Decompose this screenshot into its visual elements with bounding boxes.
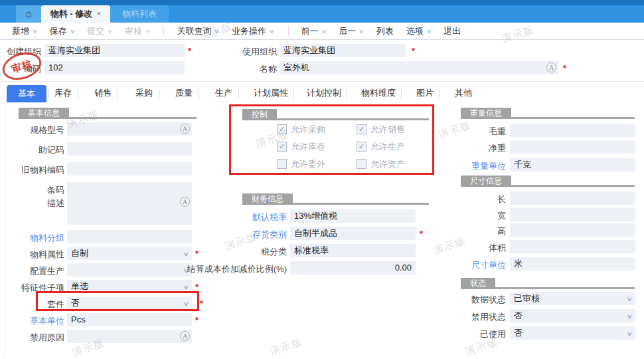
required-mark: * [195, 283, 199, 292]
auto-name-icon[interactable]: A [180, 124, 190, 134]
document-tab-bar: ⌂ 物料 - 修改× 物料列表 [0, 5, 644, 23]
tab-material-dimension[interactable]: 物料维度 [357, 87, 400, 99]
section-size: 尺寸信息 [461, 176, 635, 187]
config-production-label: 配置生产 [0, 265, 64, 278]
weight-unit-label[interactable]: 重量单位 [438, 160, 506, 173]
material-attr-label: 物料属性 [0, 248, 64, 261]
old-code-field[interactable] [67, 162, 192, 176]
home-icon: ⌂ [25, 8, 32, 19]
size-unit-field[interactable]: 米 [510, 257, 635, 271]
tab-production[interactable]: 生产 [210, 87, 237, 99]
allow-asset-label: 允许资产 [370, 159, 405, 170]
previous-button[interactable]: 前一∨ [301, 25, 327, 37]
auto-name-icon[interactable]: A [546, 62, 556, 72]
gross-weight-field[interactable] [510, 124, 635, 137]
inventory-category-label[interactable]: 存货类别 [193, 228, 287, 241]
allow-sales-label: 允许销售 [370, 124, 405, 135]
required-mark: * [188, 47, 191, 56]
tab-plan-attributes[interactable]: 计划属性 [250, 87, 292, 99]
tab-purchase[interactable]: 采购 [131, 87, 157, 99]
tab-material-edit[interactable]: 物料 - 修改× [41, 5, 110, 23]
chevron-down-icon: ∨ [321, 28, 327, 35]
height-field[interactable] [510, 223, 635, 237]
save-button[interactable]: 保存∨ [50, 25, 75, 37]
tab-sales[interactable]: 销售 [90, 87, 116, 99]
description-field[interactable]: A [67, 195, 192, 225]
base-unit-field[interactable]: Pcs [67, 313, 192, 326]
section-control: 控制 [242, 109, 429, 120]
inventory-category-field[interactable]: 自制半成品 [290, 227, 416, 240]
section-finance: 财务信息 [242, 193, 429, 205]
create-org-field[interactable]: 蓝海实业集团 [44, 44, 185, 57]
size-unit-label[interactable]: 尺寸单位 [438, 259, 506, 272]
code-field[interactable]: 102 [44, 61, 185, 74]
base-unit-label[interactable]: 基本单位 [0, 314, 64, 328]
disable-reason-field[interactable]: A [67, 330, 192, 343]
business-ops-button[interactable]: 业务操作∨ [232, 25, 274, 37]
toolbar-separator [163, 27, 164, 36]
options-button[interactable]: 选项∨ [406, 25, 432, 37]
tab-label: 物料列表 [122, 9, 157, 19]
close-icon[interactable]: × [96, 9, 101, 19]
use-org-field[interactable]: 蓝海实业集团 [280, 44, 406, 57]
allow-outsource-checkbox[interactable] [277, 159, 287, 169]
exit-button[interactable]: 退出 [443, 25, 461, 37]
related-query-button[interactable]: 关联查询∨ [177, 25, 219, 37]
tab-plan-control[interactable]: 计划控制 [303, 87, 345, 99]
tax-class-label: 税分类 [193, 245, 287, 259]
material-group-field[interactable] [67, 230, 192, 243]
net-weight-field[interactable] [510, 140, 635, 154]
home-tab[interactable]: ⌂ [16, 5, 41, 23]
auto-name-icon[interactable]: A [180, 197, 190, 207]
data-status-select[interactable]: 已审核∨ [510, 292, 635, 305]
allow-sales-checkbox[interactable]: ✓ [357, 124, 366, 134]
volume-field[interactable] [510, 240, 635, 253]
list-button[interactable]: 列表 [376, 25, 394, 37]
tab-picture[interactable]: 图片 [412, 87, 438, 99]
auto-name-icon[interactable]: A [180, 331, 190, 341]
cost-ratio-label: 结算成本价加减价比例(%) [186, 263, 287, 276]
section-title: 控制 [242, 109, 277, 120]
next-button[interactable]: 后一∨ [339, 25, 364, 37]
required-mark: * [200, 299, 203, 308]
tax-class-field[interactable]: 标准税率 [290, 244, 416, 257]
forbid-status-select[interactable]: 否∨ [510, 309, 635, 322]
length-field[interactable] [510, 191, 635, 205]
tab-inventory[interactable]: 库存 [50, 87, 76, 99]
barcode-label: 条码 [0, 183, 64, 197]
allow-inventory-label: 允许库存 [291, 142, 325, 152]
allow-asset-checkbox[interactable] [357, 159, 366, 169]
barcode-field[interactable] [67, 182, 192, 195]
tab-material-list[interactable]: 物料列表 [110, 5, 169, 23]
tab-quality[interactable]: 质量 [171, 87, 197, 99]
demo-watermark: 演示版 [268, 336, 304, 358]
default-tax-rate-field[interactable]: 13%增值税 [290, 209, 416, 223]
tab-basic[interactable]: 基本 [7, 85, 46, 102]
width-field[interactable] [510, 208, 635, 221]
material-attr-select[interactable]: 自制∨ [67, 247, 192, 260]
chevron-down-icon: ∨ [107, 28, 113, 35]
section-title: 基本信息 [19, 108, 69, 119]
disable-reason-label: 禁用原因 [0, 331, 64, 344]
tab-other[interactable]: 其他 [450, 87, 477, 99]
config-production-select[interactable]: ∨ [67, 263, 192, 277]
cost-ratio-field[interactable]: 0.00 [290, 261, 416, 275]
tab-label: 物料 - 修改 [50, 9, 93, 19]
required-mark: * [195, 316, 199, 325]
used-status-select[interactable]: 否∨ [510, 326, 635, 340]
default-tax-rate-label[interactable]: 默认税率 [193, 211, 287, 224]
name-field[interactable]: 室外机A [280, 61, 558, 74]
new-button[interactable]: 新增∨ [12, 25, 37, 37]
audit-button[interactable]: 审核∨ [125, 25, 150, 37]
chevron-down-icon: ∨ [32, 28, 38, 35]
submit-button[interactable]: 提交∨ [87, 25, 112, 37]
old-code-label: 旧物料编码 [0, 164, 64, 177]
spec-field[interactable]: A [67, 122, 192, 136]
section-weight: 重量信息 [461, 108, 635, 119]
weight-unit-field[interactable]: 千克 [510, 158, 635, 172]
allow-inventory-checkbox[interactable]: ✓ [277, 142, 287, 152]
mnemonic-field[interactable] [67, 142, 192, 156]
allow-production-checkbox[interactable]: ✓ [357, 142, 366, 152]
allow-purchase-checkbox[interactable]: ✓ [277, 124, 287, 134]
material-group-label[interactable]: 物料分组 [0, 231, 64, 245]
